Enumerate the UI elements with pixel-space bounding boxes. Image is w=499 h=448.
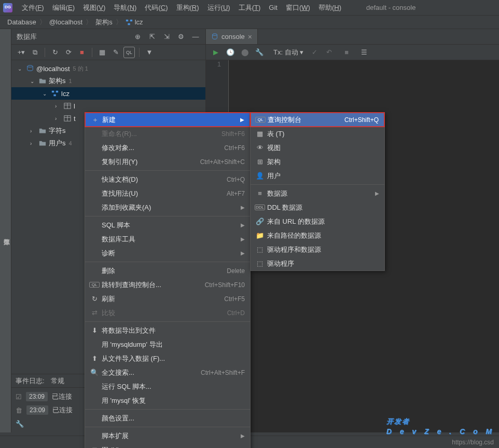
reconnect-button[interactable]: ⟳ — [63, 47, 74, 58]
menu-item-2[interactable]: 👁视图 — [251, 141, 384, 155]
menu-item-5[interactable]: 快速文档(D)Ctrl+Q — [85, 172, 250, 186]
stop-button[interactable]: ■ — [76, 47, 88, 58]
crumb-database[interactable]: Database — [7, 18, 36, 26]
sync-button[interactable]: ↻ — [49, 47, 61, 58]
add-button[interactable]: +▾ — [16, 47, 27, 58]
menu-navigate[interactable]: 导航(N) — [109, 1, 141, 15]
history-button[interactable]: 🕓 — [225, 47, 236, 58]
collapse-icon[interactable]: ⇲ — [162, 32, 171, 42]
diagram-icon: ⊞ — [89, 446, 100, 448]
code-input[interactable] — [229, 60, 499, 72]
menu-refactor[interactable]: 重构(R) — [172, 1, 203, 15]
chevron-right-icon[interactable]: › — [55, 103, 61, 109]
menu-item-14[interactable]: QL跳转到查询控制台...Ctrl+Shift+F10 — [85, 278, 250, 292]
menu-item-25[interactable]: 颜色设置... — [85, 411, 250, 425]
stop-button[interactable]: ■ — [341, 47, 352, 58]
chevron-down-icon[interactable]: ⌄ — [30, 78, 36, 84]
event-log-tab-general[interactable]: 常规 — [51, 376, 64, 386]
close-icon[interactable]: × — [248, 33, 252, 41]
menu-help[interactable]: 帮助(H) — [314, 1, 345, 15]
menu-item-19[interactable]: 用 'mysqldump' 导出 — [85, 337, 250, 351]
menu-item-18[interactable]: ⬇将数据导出到文件 — [85, 323, 250, 337]
menu-item-11[interactable]: 诊断▶ — [85, 246, 250, 260]
tx-mode[interactable]: Tx: 自动 ▾ — [273, 48, 303, 57]
menu-edit[interactable]: 编辑(E) — [48, 1, 79, 15]
menu-label: 数据源 — [267, 189, 372, 198]
menu-item-3[interactable]: ⊞架构 — [251, 155, 384, 169]
menu-item-1[interactable]: ▦表 (T) — [251, 127, 384, 141]
chevron-down-icon[interactable]: ⌄ — [18, 66, 24, 72]
menu-item-23[interactable]: 用 'mysql' 恢复 — [85, 393, 250, 408]
chevron-down-icon[interactable]: ⌄ — [43, 91, 49, 97]
svg-point-3 — [27, 65, 33, 67]
menu-item-6[interactable]: ≡数据源▶ — [251, 186, 384, 200]
menu-item-6[interactable]: 查找用法(U)Alt+F7 — [85, 186, 250, 200]
minimize-icon[interactable]: — — [191, 32, 200, 42]
menu-item-10[interactable]: ⬚驱动程序和数据源 — [251, 242, 384, 256]
menu-item-22[interactable]: 运行 SQL 脚本... — [85, 379, 250, 393]
target-icon[interactable]: ⊕ — [133, 32, 142, 42]
watermark: 开发者 D e v Z e . C o M — [386, 411, 495, 436]
menu-item-27[interactable]: 脚本扩展▶ — [85, 429, 250, 443]
menu-item-20[interactable]: ⬆从文件导入数据 (F)... — [85, 351, 250, 365]
menu-tools[interactable]: 工具(T) — [234, 1, 265, 15]
editor-line[interactable]: 1 — [206, 60, 499, 72]
tree-schemas[interactable]: ⌄ 架构s 1 — [11, 75, 205, 87]
menu-item-15[interactable]: ↻刷新Ctrl+F5 — [85, 292, 250, 306]
rollback-button[interactable]: ⬤ — [239, 47, 251, 58]
menu-label: 删除 — [102, 266, 227, 276]
menu-item-21[interactable]: 🔍全文搜索...Ctrl+Alt+Shift+F — [85, 365, 250, 379]
menu-file[interactable]: 文件(F) — [18, 1, 48, 15]
menu-item-11[interactable]: ⬚驱动程序 — [251, 256, 384, 270]
wrench-icon[interactable]: 🔧 — [16, 420, 24, 428]
tree-lcz[interactable]: ⌄ lcz — [11, 87, 205, 100]
crumb-schemas[interactable]: 架构s — [95, 18, 113, 27]
svg-point-13 — [213, 33, 217, 35]
menu-code[interactable]: 代码(C) — [141, 1, 172, 15]
menu-item-4[interactable]: 👤用户 — [251, 169, 384, 183]
crumb-lcz[interactable]: lcz — [135, 18, 143, 26]
schema-icon: ⊞ — [255, 158, 265, 166]
undo-button[interactable]: ↶ — [323, 47, 335, 58]
grid-button[interactable]: ▦ — [96, 47, 108, 58]
trash-icon[interactable]: 🗑 — [16, 406, 22, 414]
driver-icon: ⬚ — [255, 246, 265, 253]
sidebar-tab-database[interactable]: 数据库 — [0, 29, 11, 432]
tree-root[interactable]: ⌄ @localhost 5 的 1 — [11, 62, 205, 75]
menu-item-3[interactable]: 复制引用(Y)Ctrl+Alt+Shift+C — [85, 155, 250, 169]
menu-item-9[interactable]: SQL 脚本▶ — [85, 218, 250, 232]
menu-divider — [85, 427, 250, 427]
menu-item-10[interactable]: 数据库工具▶ — [85, 232, 250, 246]
run-button[interactable]: ▶ — [210, 47, 221, 58]
menu-git[interactable]: Git — [265, 2, 282, 13]
menu-view[interactable]: 视图(V) — [79, 1, 109, 15]
menu-item-0[interactable]: ＋新建▶ — [85, 113, 250, 127]
expand-icon[interactable]: ⇱ — [147, 32, 157, 42]
outline-button[interactable]: ☰ — [358, 47, 370, 58]
wrench-button[interactable]: 🔧 — [254, 47, 265, 58]
menu-item-0[interactable]: QL查询控制台Ctrl+Shift+Q — [251, 113, 384, 127]
menu-item-7[interactable]: 添加到收藏夹(A)▶ — [85, 200, 250, 214]
chevron-right-icon: ▶ — [240, 117, 244, 123]
chevron-right-icon[interactable]: › — [55, 116, 61, 121]
menu-item-9[interactable]: 📁来自路径的数据源 — [251, 228, 384, 242]
chevron-right-icon[interactable]: › — [30, 141, 36, 146]
commit-button[interactable]: ✓ — [309, 47, 320, 58]
edit-button[interactable]: ✎ — [110, 47, 121, 58]
filter-button[interactable]: ▼ — [144, 47, 155, 58]
menu-item-2[interactable]: 修改对象...Ctrl+F6 — [85, 141, 250, 155]
chevron-right-icon[interactable]: › — [30, 128, 36, 134]
menu-item-13[interactable]: 删除Delete — [85, 264, 250, 278]
menu-window[interactable]: 窗口(W) — [282, 1, 314, 15]
tree-table-row[interactable]: › l — [11, 100, 205, 112]
editor-tab-console[interactable]: console × — [206, 29, 258, 44]
crumb-host[interactable]: @localhost — [49, 18, 83, 26]
menu-item-28[interactable]: ⊞图 (U)▶ — [85, 443, 250, 448]
ql-button[interactable]: QL — [123, 47, 135, 58]
menu-item-8[interactable]: 🔗来自 URL 的数据源 — [251, 214, 384, 228]
copy-button[interactable]: ⧉ — [29, 47, 40, 58]
search-icon: 🔍 — [89, 369, 100, 376]
menu-item-7[interactable]: DDLDDL 数据源 — [251, 200, 384, 214]
menu-run[interactable]: 运行(U) — [203, 1, 234, 15]
gear-icon[interactable]: ⚙ — [176, 32, 186, 42]
